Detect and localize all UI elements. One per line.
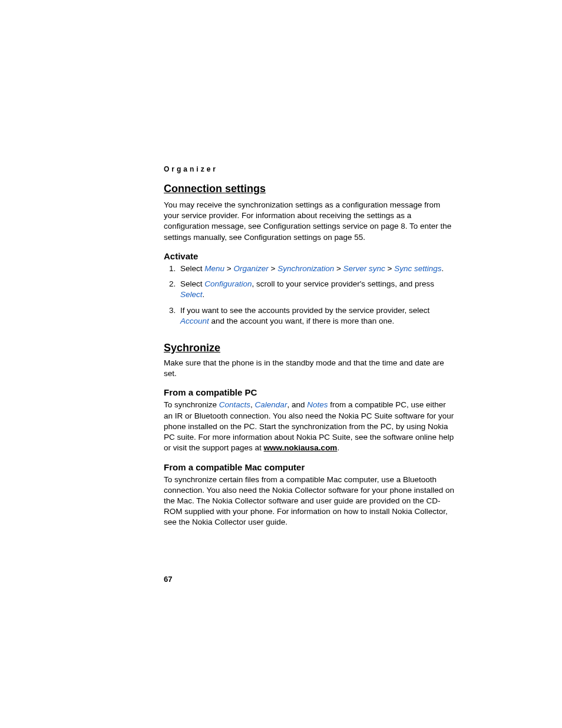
body-text: , and bbox=[287, 400, 307, 409]
activate-step-2: Select Configuration, scroll to your ser… bbox=[178, 279, 456, 300]
step-sep: > bbox=[224, 264, 233, 273]
ui-term-select: Select bbox=[180, 290, 203, 299]
step-text: Select bbox=[180, 264, 204, 273]
activate-step-3: If you want to see the accounts provided… bbox=[178, 305, 456, 327]
external-link-nokiausa[interactable]: www.nokiausa.com bbox=[264, 443, 338, 452]
ui-term-menu: Menu bbox=[204, 264, 224, 273]
compatible-mac-body: To synchronize certain files from a comp… bbox=[164, 475, 456, 528]
connection-settings-intro: You may receive the synchronization sett… bbox=[164, 200, 456, 243]
ui-term-configuration: Configuration bbox=[204, 279, 252, 288]
ui-term-calendar: Calendar bbox=[255, 400, 287, 409]
step-end: . bbox=[442, 264, 444, 273]
ui-term-sync-settings: Sync settings bbox=[394, 264, 441, 273]
step-sep: > bbox=[385, 264, 394, 273]
step-text: , scroll to your service provider's sett… bbox=[252, 279, 434, 288]
document-page: Organizer Connection settings You may re… bbox=[0, 0, 562, 567]
synchronize-intro: Make sure that the phone is in the stand… bbox=[164, 358, 456, 379]
ui-term-notes: Notes bbox=[307, 400, 328, 409]
step-text: Select bbox=[180, 279, 204, 288]
step-sep: > bbox=[269, 264, 277, 273]
step-end: . bbox=[203, 290, 205, 299]
step-text: and the account you want, if there is mo… bbox=[209, 317, 394, 325]
body-text: To synchronize bbox=[164, 400, 219, 409]
step-sep: > bbox=[334, 264, 343, 273]
compatible-pc-body: To synchronize Contacts, Calendar, and N… bbox=[164, 400, 456, 453]
ui-term-organizer: Organizer bbox=[233, 264, 268, 273]
ui-term-synchronization: Synchronization bbox=[277, 264, 334, 273]
step-text: If you want to see the accounts provided… bbox=[180, 306, 429, 315]
activate-step-1: Select Menu > Organizer > Synchronizatio… bbox=[178, 263, 456, 274]
subheading-compatible-pc: From a compatible PC bbox=[164, 387, 456, 397]
subheading-activate: Activate bbox=[164, 251, 456, 261]
section-heading-synchronize: Sychronize bbox=[164, 342, 456, 354]
body-text: , bbox=[250, 400, 255, 409]
section-heading-connection-settings: Connection settings bbox=[164, 183, 456, 195]
page-number: 67 bbox=[164, 575, 172, 584]
body-text: . bbox=[337, 443, 339, 452]
ui-term-contacts: Contacts bbox=[219, 400, 250, 409]
activate-steps: Select Menu > Organizer > Synchronizatio… bbox=[164, 263, 456, 327]
subheading-compatible-mac: From a compatible Mac computer bbox=[164, 462, 456, 472]
running-header: Organizer bbox=[164, 165, 456, 173]
ui-term-account: Account bbox=[180, 317, 209, 325]
ui-term-server-sync: Server sync bbox=[343, 264, 385, 273]
